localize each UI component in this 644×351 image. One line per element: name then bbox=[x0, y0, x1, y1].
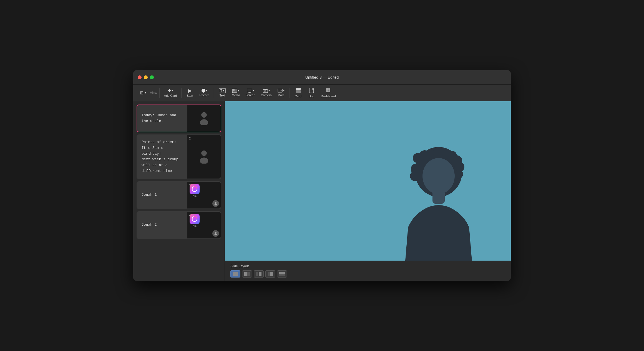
screen-button[interactable]: ▾ Screen bbox=[243, 87, 258, 98]
person-placeholder-icon-2 bbox=[197, 150, 211, 164]
doc-label: Doc bbox=[309, 95, 314, 98]
close-button[interactable] bbox=[138, 75, 142, 79]
camera-icon: ▾ bbox=[263, 89, 270, 93]
svg-point-7 bbox=[265, 90, 266, 92]
slide-3-thumb: 3 Arc bbox=[187, 182, 221, 208]
main-content: Today: Jonah and the whale. Points of or… bbox=[133, 101, 511, 281]
card-label: Card bbox=[295, 95, 301, 98]
svg-rect-13 bbox=[296, 90, 301, 93]
camera-button[interactable]: ▾ Camera bbox=[259, 87, 274, 98]
view-label: View bbox=[150, 91, 157, 95]
svg-rect-3 bbox=[247, 89, 252, 92]
person-silhouette-icon bbox=[400, 144, 477, 261]
add-card-icon: + ▾ bbox=[168, 88, 173, 93]
arc-app-icon-2 bbox=[190, 214, 200, 224]
play-icon: ▶ bbox=[188, 88, 192, 93]
svg-point-22 bbox=[200, 158, 208, 164]
doc-view-button[interactable]: Doc bbox=[305, 86, 318, 100]
svg-point-24 bbox=[214, 204, 217, 205]
svg-rect-2 bbox=[233, 89, 235, 91]
view-toggle[interactable]: ⊞ ▾ bbox=[138, 88, 148, 97]
slide-card-3[interactable]: Jonah 1 3 Arc bbox=[137, 181, 221, 209]
layout-big-right-icon bbox=[268, 272, 273, 276]
card-view-icon bbox=[296, 88, 301, 94]
start-label: Start bbox=[187, 94, 193, 97]
slide-2-thumb: 2 bbox=[187, 135, 221, 179]
layout-big-right-button[interactable] bbox=[265, 270, 275, 278]
minimize-button[interactable] bbox=[144, 75, 148, 79]
svg-point-20 bbox=[200, 119, 208, 125]
user-avatar-4 bbox=[212, 230, 219, 237]
dashboard-view-button[interactable]: Dashboard bbox=[319, 86, 338, 100]
camera-label: Camera bbox=[261, 93, 272, 97]
slide-1-thumb bbox=[187, 105, 221, 132]
sidebar-icon: ⊞ bbox=[140, 90, 144, 95]
svg-point-11 bbox=[281, 90, 281, 91]
traffic-lights bbox=[138, 75, 154, 79]
slide-card-2[interactable]: Points of order: It's Sam's birthday! Ne… bbox=[137, 134, 221, 179]
svg-point-23 bbox=[215, 202, 217, 204]
svg-rect-15 bbox=[326, 88, 328, 90]
slide-2-number: 2 bbox=[189, 137, 191, 140]
add-card-button[interactable]: + ▾ Add Card bbox=[162, 87, 179, 99]
more-icon: ▾ bbox=[278, 89, 285, 93]
svg-rect-17 bbox=[326, 90, 328, 92]
more-button[interactable]: ▾ More bbox=[275, 87, 287, 98]
record-button[interactable]: ▾ Record bbox=[197, 87, 211, 98]
slide-card-1[interactable]: Today: Jonah and the whale. bbox=[137, 105, 221, 132]
svg-point-9 bbox=[279, 90, 279, 91]
more-label: More bbox=[278, 93, 285, 97]
layout-options bbox=[230, 270, 505, 278]
user-avatar-3 bbox=[212, 200, 219, 207]
add-card-label: Add Card bbox=[164, 94, 177, 97]
slide-3-text: Jonah 1 bbox=[137, 182, 187, 208]
svg-point-26 bbox=[214, 234, 217, 235]
layout-bottom-bar-button[interactable] bbox=[277, 270, 287, 278]
text-label: Text bbox=[220, 94, 225, 97]
slide-4-thumb: 4 Arc bbox=[187, 212, 221, 238]
preview-canvas bbox=[225, 101, 511, 261]
layout-split-left-button[interactable] bbox=[242, 270, 252, 278]
card-view-button[interactable]: Card bbox=[292, 86, 304, 100]
arc-app-icon-container-2: Arc bbox=[190, 214, 200, 227]
slide-panel[interactable]: Today: Jonah and the whale. Points of or… bbox=[133, 101, 225, 281]
svg-point-25 bbox=[215, 232, 217, 234]
svg-point-21 bbox=[201, 151, 207, 156]
media-label: Media bbox=[232, 93, 240, 97]
toolbar: ⊞ ▾ View + ▾ Add Card ▶ Start ▾ Record bbox=[133, 85, 511, 101]
svg-rect-6 bbox=[263, 90, 268, 93]
svg-rect-18 bbox=[328, 90, 330, 92]
sep3 bbox=[214, 88, 214, 98]
media-icon: ▾ bbox=[232, 89, 239, 93]
maximize-button[interactable] bbox=[150, 75, 154, 79]
window-title: Untitled 3 — Edited bbox=[305, 75, 339, 80]
arc-app-icon-container: Arc bbox=[190, 184, 200, 197]
slide-card-4[interactable]: Jonah 2 4 Arc bbox=[137, 211, 221, 239]
sep1 bbox=[159, 88, 160, 98]
svg-point-40 bbox=[422, 158, 455, 194]
record-label: Record bbox=[199, 93, 209, 97]
layout-split-right-button[interactable] bbox=[254, 270, 264, 278]
dashboard-label: Dashboard bbox=[321, 95, 336, 98]
person-placeholder-icon bbox=[197, 111, 211, 125]
svg-rect-12 bbox=[296, 88, 301, 90]
layout-full-button[interactable] bbox=[230, 270, 240, 278]
layout-split-right-icon bbox=[256, 272, 261, 276]
sep4 bbox=[290, 88, 290, 98]
app-window: Untitled 3 — Edited ⊞ ▾ View + ▾ Add Car… bbox=[133, 70, 511, 281]
start-button[interactable]: ▶ Start bbox=[184, 87, 196, 99]
text-button[interactable]: T ▾ Text bbox=[216, 87, 228, 99]
layout-bottom-bar-icon bbox=[279, 272, 285, 276]
svg-rect-16 bbox=[328, 88, 330, 90]
media-button[interactable]: ▾ Media bbox=[230, 87, 242, 98]
dashboard-view-icon bbox=[326, 88, 331, 94]
screen-label: Screen bbox=[246, 93, 255, 97]
arc-app-icon bbox=[190, 184, 200, 194]
svg-point-19 bbox=[201, 112, 207, 118]
record-icon: ▾ bbox=[202, 89, 207, 93]
view-chevron-icon: ▾ bbox=[145, 91, 146, 94]
slide-1-text: Today: Jonah and the whale. bbox=[137, 105, 187, 132]
layout-split-left-icon bbox=[244, 272, 250, 276]
titlebar: Untitled 3 — Edited bbox=[133, 70, 511, 85]
sep2 bbox=[181, 88, 182, 98]
